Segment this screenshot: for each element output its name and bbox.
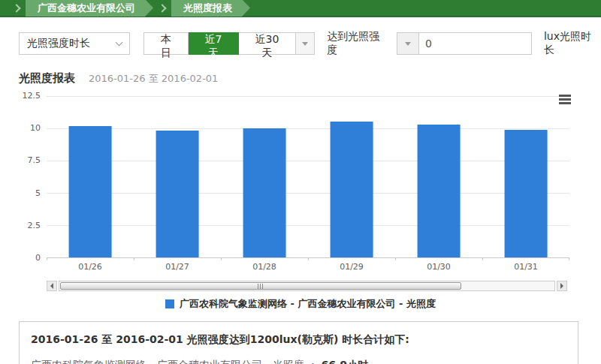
threshold-input[interactable] xyxy=(419,32,532,55)
axis-tick xyxy=(221,257,222,260)
bar[interactable] xyxy=(69,126,112,257)
export-menu-icon[interactable] xyxy=(559,95,571,106)
caret-down-icon xyxy=(302,42,308,46)
unit-label: lux光照时长 xyxy=(544,30,601,57)
axis-tick xyxy=(47,257,47,260)
scrollbar-track[interactable] xyxy=(59,281,555,291)
y-axis-tick-label: 5 xyxy=(35,188,41,198)
legend-swatch-icon xyxy=(165,299,174,308)
summary-box: 2016-01-26 至 2016-02-01 光照强度达到1200lux(勒克… xyxy=(19,321,578,364)
y-axis-tick-label: 0 xyxy=(35,253,41,263)
summary-value: 66.9小时 xyxy=(322,359,369,364)
summary-series-label: 广西农科院气象监测网络 - 广西金穗农业有限公司 - 光照度 ： xyxy=(31,359,322,364)
x-axis-label: 01/29 xyxy=(308,262,395,272)
triangle-left-icon xyxy=(50,283,53,289)
y-axis-labels: 02.557.51012.5 xyxy=(21,96,44,258)
bar[interactable] xyxy=(418,125,461,257)
axis-tick xyxy=(134,257,134,260)
triangle-right-icon xyxy=(560,283,563,289)
reach-intensity-label: 达到光照强度 xyxy=(327,30,389,57)
bar-column: 01/27 xyxy=(134,96,221,257)
bar-columns: 01/2601/2701/2801/2901/3001/31 xyxy=(47,96,569,257)
chart-legend[interactable]: 广西农科院气象监测网络 - 广西金穗农业有限公司 - 光照度 xyxy=(0,297,601,311)
breadcrumb: 广西金穗农业有限公司 光照度报表 xyxy=(0,0,601,17)
axis-tick xyxy=(395,257,396,260)
x-axis-label: 01/26 xyxy=(47,262,134,272)
scrollbar-right-arrow[interactable] xyxy=(557,281,567,291)
scrollbar-left-arrow[interactable] xyxy=(47,281,57,291)
breadcrumb-item-label: 广西金穗农业有限公司 xyxy=(38,2,135,14)
breadcrumb-item-company[interactable]: 广西金穗农业有限公司 xyxy=(26,0,153,17)
range-more-dropdown-button[interactable] xyxy=(296,32,315,55)
axis-tick xyxy=(482,257,483,260)
plot-area: 01/2601/2701/2801/2901/3001/31 xyxy=(47,96,569,258)
x-axis-label: 01/28 xyxy=(221,262,308,272)
x-axis-label: 01/31 xyxy=(482,262,569,272)
y-axis-tick-label: 7.5 xyxy=(28,155,41,165)
legend-label: 广西农科院气象监测网络 - 广西金穗农业有限公司 - 光照度 xyxy=(180,297,436,311)
bar[interactable] xyxy=(331,122,373,257)
y-axis-tick-label: 2.5 xyxy=(28,221,41,230)
breadcrumb-item-report[interactable]: 光照度报表 xyxy=(171,0,250,17)
filter-bar: 光照强度时长 本日 近7天 近30天 达到光照强度 lux光照时长 xyxy=(19,32,601,55)
range-today-button[interactable]: 本日 xyxy=(143,32,188,55)
range-button-group: 本日 近7天 近30天 xyxy=(143,32,315,55)
scrollbar-thumb[interactable] xyxy=(60,282,461,290)
bar-column: 01/29 xyxy=(308,96,395,257)
chevron-right-icon xyxy=(12,4,20,12)
bar[interactable] xyxy=(156,131,199,257)
page-title: 光照度报表 xyxy=(19,71,75,86)
bar-column: 01/30 xyxy=(395,96,482,257)
bar-column: 01/31 xyxy=(482,96,569,257)
summary-detail: 广西农科院气象监测网络 - 广西金穗农业有限公司 - 光照度 ： 66.9小时 xyxy=(31,359,566,364)
chevron-down-icon xyxy=(116,38,123,46)
summary-heading: 2016-01-26 至 2016-02-01 光照强度达到1200lux(勒克… xyxy=(31,333,566,347)
range-30days-button[interactable]: 近30天 xyxy=(239,32,296,55)
scrollbar-grip-icon xyxy=(258,284,263,289)
x-axis-label: 01/27 xyxy=(134,262,221,272)
y-axis-tick-label: 10 xyxy=(30,123,41,133)
axis-tick xyxy=(308,257,309,260)
metric-select[interactable]: 光照强度时长 xyxy=(19,32,130,55)
bar-column: 01/26 xyxy=(47,96,134,257)
chevron-right-icon xyxy=(158,4,166,12)
caret-down-icon xyxy=(405,42,411,46)
page: 广西金穗农业有限公司 光照度报表 光照强度时长 本日 近7天 近30天 达到光照… xyxy=(0,0,601,364)
breadcrumb-item-label: 光照度报表 xyxy=(183,2,232,14)
x-axis-label: 01/30 xyxy=(395,262,482,272)
axis-tick xyxy=(569,257,569,260)
chart-scrollbar xyxy=(47,281,567,291)
bar[interactable] xyxy=(505,130,548,257)
light-intensity-chart: 02.557.51012.5 01/2601/2701/2801/2901/30… xyxy=(21,89,580,275)
title-row: 光照度报表 2016-01-26 至 2016-02-01 xyxy=(19,71,601,86)
threshold-dropdown-button[interactable] xyxy=(397,32,419,55)
bar[interactable] xyxy=(243,128,286,257)
metric-select-value: 光照强度时长 xyxy=(27,37,90,50)
bar-column: 01/28 xyxy=(221,96,308,257)
range-7days-button[interactable]: 近7天 xyxy=(189,32,239,55)
date-range: 2016-01-26 至 2016-02-01 xyxy=(89,72,218,86)
y-axis-tick-label: 12.5 xyxy=(23,91,41,101)
